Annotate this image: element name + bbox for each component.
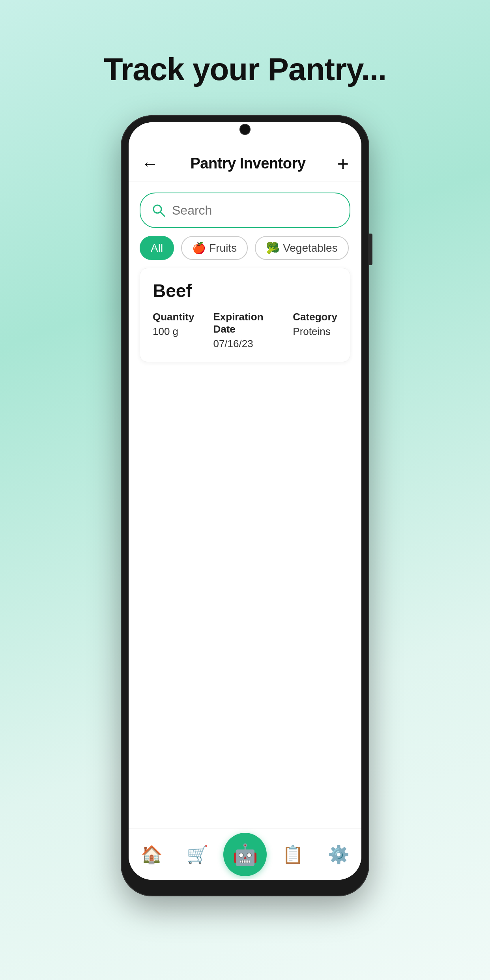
chip-fruits[interactable]: 🍎 Fruits [181, 236, 248, 260]
svg-line-1 [161, 212, 165, 216]
home-icon: 🏠 [141, 846, 163, 863]
app-header: ← Pantry Inventory + [129, 146, 361, 181]
phone-screen: ← Pantry Inventory + All [129, 122, 361, 880]
expiration-value: 07/16/23 [213, 338, 274, 350]
bottom-nav: 🏠 🛒 🤖 📋 ⚙️ [129, 829, 361, 880]
chip-all-label: All [151, 242, 163, 254]
item-card[interactable]: Beef Quantity 100 g Expiration Date 07/1… [140, 268, 350, 362]
nav-item-home[interactable]: 🏠 [132, 839, 171, 870]
phone-camera [239, 124, 251, 135]
expiration-label: Expiration Date [213, 311, 274, 335]
quantity-col: Quantity 100 g [153, 311, 194, 350]
nav-item-cart[interactable]: 🛒 [178, 839, 217, 870]
add-button[interactable]: + [337, 154, 349, 174]
back-button[interactable]: ← [141, 155, 159, 172]
nav-item-settings[interactable]: ⚙️ [319, 839, 358, 870]
chip-all[interactable]: All [140, 236, 174, 260]
phone-frame: ← Pantry Inventory + All [121, 115, 369, 896]
quantity-label: Quantity [153, 311, 194, 323]
nav-item-ai[interactable]: 🤖 [223, 833, 267, 876]
screen-title: Pantry Inventory [190, 155, 305, 172]
chip-vegetables[interactable]: 🥦 Vegetables [255, 236, 349, 260]
chip-fruits-emoji: 🍎 [192, 241, 206, 254]
chip-vegetables-label: Vegetables [283, 242, 338, 254]
search-bar[interactable] [140, 193, 350, 228]
page-title-text: Track your Pantry... [104, 51, 387, 88]
app-content: All 🍎 Fruits 🥦 Vegetables 🌽 Grains 🥩 Pro… [129, 181, 361, 829]
settings-icon: ⚙️ [328, 846, 350, 863]
cart-icon: 🛒 [187, 846, 208, 863]
category-label: Category [293, 311, 337, 323]
nav-item-notes[interactable]: 📋 [273, 839, 312, 870]
chip-fruits-label: Fruits [209, 242, 237, 254]
search-input[interactable] [172, 203, 339, 218]
item-name: Beef [153, 280, 337, 301]
category-col: Category Proteins [293, 311, 337, 350]
filter-chips: All 🍎 Fruits 🥦 Vegetables 🌽 Grains 🥩 Pro… [140, 236, 350, 260]
item-details: Quantity 100 g Expiration Date 07/16/23 … [153, 311, 337, 350]
category-value: Proteins [293, 325, 337, 338]
chip-vegetables-emoji: 🥦 [266, 241, 280, 254]
ai-chef-icon: 🤖 [232, 844, 258, 865]
expiration-col: Expiration Date 07/16/23 [213, 311, 274, 350]
search-icon [151, 203, 166, 217]
notes-icon: 📋 [282, 846, 304, 863]
search-icon-wrap [151, 203, 166, 217]
phone-btn-right [369, 234, 372, 265]
quantity-value: 100 g [153, 325, 194, 338]
